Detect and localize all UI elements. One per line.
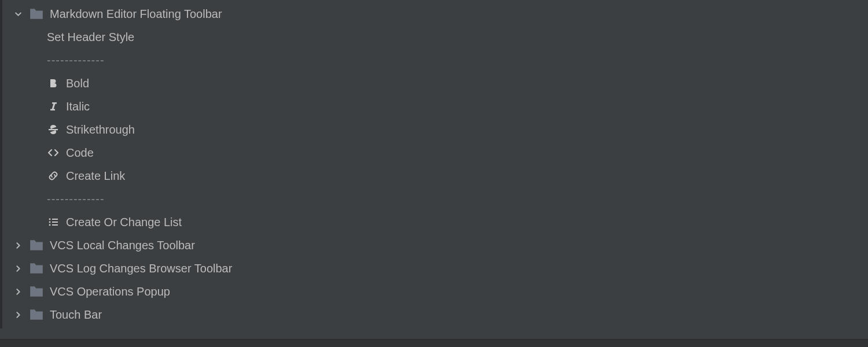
status-gutter [0, 339, 868, 347]
panel-border [0, 0, 868, 339]
